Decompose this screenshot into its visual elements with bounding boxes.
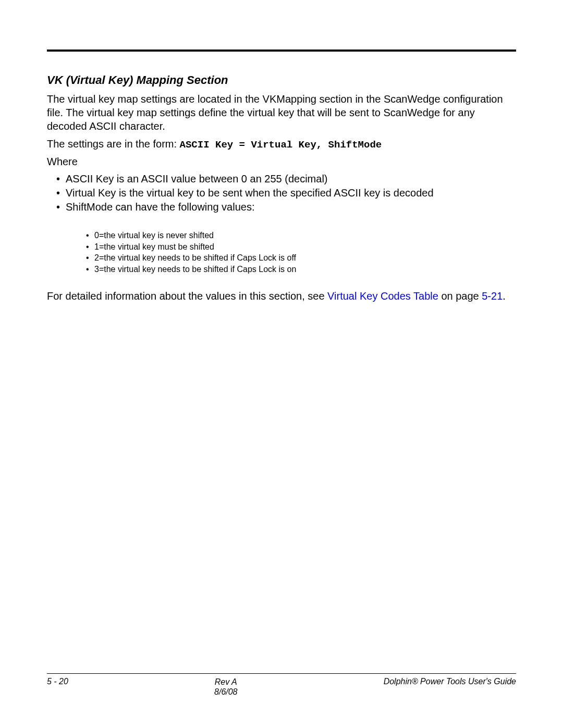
footer-rev: Rev A [214,677,237,687]
secondary-bullet-list: 0=the virtual key is never shifted 1=the… [86,230,516,275]
section-heading: VK (Virtual Key) Mapping Section [47,73,516,87]
virtual-key-codes-link[interactable]: Virtual Key Codes Table [327,290,438,302]
page-ref-link[interactable]: 5-21 [482,290,503,302]
list-item: 0=the virtual key is never shifted [86,230,516,241]
list-item: ShiftMode can have the following values: [56,200,516,214]
detail-mid: on page [438,290,482,302]
settings-form-line: The settings are in the form: ASCII Key … [47,138,516,151]
list-item: 3=the virtual key needs to be shifted if… [86,264,516,275]
detail-paragraph: For detailed information about the value… [47,290,516,302]
list-item: 1=the virtual key must be shifted [86,241,516,253]
list-item: ASCII Key is an ASCII value between 0 an… [56,172,516,186]
footer-page-number: 5 - 20 [47,677,68,686]
footer-rule [47,673,516,674]
where-label: Where [47,156,516,168]
detail-prefix: For detailed information about the value… [47,290,327,302]
detail-suffix: . [503,290,506,302]
footer-doc-title: Dolphin® Power Tools User's Guide [384,677,516,686]
form-code: ASCII Key = Virtual Key, ShiftMode [180,139,382,151]
page-footer: 5 - 20 Rev A 8/6/08 Dolphin® Power Tools… [47,673,516,697]
list-item: Virtual Key is the virtual key to be sen… [56,186,516,200]
intro-paragraph: The virtual key map settings are located… [47,92,516,133]
footer-date: 8/6/08 [214,687,237,697]
form-prefix: The settings are in the form: [47,138,180,150]
footer-center: Rev A 8/6/08 [214,677,237,697]
list-item: 2=the virtual key needs to be shifted if… [86,252,516,264]
top-rule [47,50,516,52]
primary-bullet-list: ASCII Key is an ASCII value between 0 an… [56,172,516,214]
